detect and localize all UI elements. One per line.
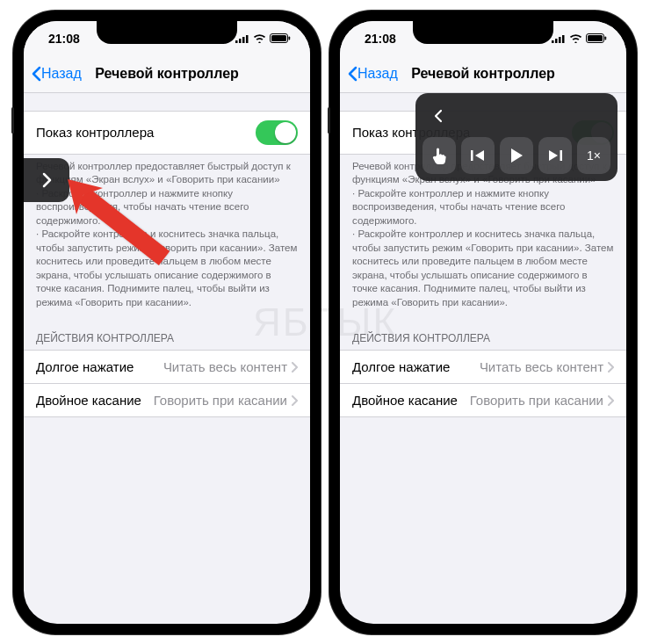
svg-rect-1 (239, 39, 242, 43)
svg-rect-9 (559, 37, 561, 43)
nav-bar: Назад Речевой контроллер (24, 56, 310, 93)
svg-rect-6 (289, 37, 291, 40)
play-icon (509, 148, 524, 163)
controller-play-button[interactable] (500, 137, 533, 174)
row-label: Двойное касание (36, 393, 141, 408)
back-label: Назад (41, 66, 82, 82)
back-label: Назад (358, 66, 398, 82)
section-header: ДЕЙСТВИЯ КОНТРОЛЛЕРА (24, 318, 310, 350)
svg-rect-0 (235, 40, 238, 43)
row-label: Двойное касание (352, 393, 458, 408)
row-value: Читать весь контент (480, 359, 603, 374)
skip-forward-icon (547, 148, 563, 163)
chevron-right-icon (40, 171, 53, 189)
row-double-tap[interactable]: Двойное касание Говорить при касании (24, 384, 310, 417)
speed-label: 1× (587, 148, 601, 163)
svg-rect-12 (588, 35, 603, 41)
signal-icon (552, 34, 566, 43)
svg-rect-15 (560, 150, 563, 161)
row-label: Долгое нажатие (352, 359, 450, 374)
wifi-icon (569, 33, 582, 43)
phone-right: 21:08 Назад Речевой контроллер Показ кон… (329, 11, 637, 634)
chevron-left-icon (347, 66, 358, 82)
notch (97, 21, 237, 44)
svg-rect-10 (562, 35, 565, 43)
controller-prev-button[interactable] (461, 137, 495, 174)
back-button[interactable]: Назад (24, 66, 82, 82)
status-icons (552, 33, 607, 43)
svg-rect-3 (246, 35, 249, 43)
chevron-left-icon (433, 108, 444, 124)
chevron-left-icon (31, 66, 41, 82)
speech-controller-collapsed[interactable] (24, 158, 69, 202)
status-time: 21:08 (48, 32, 80, 46)
row-value: Читать весь контент (163, 359, 287, 374)
notch (413, 21, 553, 44)
content: Показ контроллера Речевой контроллер пре… (24, 111, 310, 418)
screen: 21:08 Назад Речевой контроллер Показ кон… (340, 21, 626, 624)
row-value: Говорить при касании (470, 393, 603, 408)
signal-icon (235, 34, 249, 43)
row-value: Говорить при касании (154, 393, 287, 408)
speech-controller-expanded[interactable]: 1× (415, 93, 618, 181)
row-long-press[interactable]: Долгое нажатие Читать весь контент (340, 350, 626, 384)
controller-speed-button[interactable]: 1× (577, 137, 610, 174)
svg-rect-8 (555, 39, 558, 43)
svg-rect-14 (471, 150, 473, 161)
finger-icon (430, 146, 448, 165)
row-double-tap[interactable]: Двойное касание Говорить при касании (340, 384, 626, 417)
wifi-icon (253, 33, 266, 43)
back-button[interactable]: Назад (340, 66, 398, 82)
chevron-right-icon (291, 395, 298, 406)
row-long-press[interactable]: Долгое нажатие Читать весь контент (24, 350, 310, 384)
row-label: Долгое нажатие (36, 359, 134, 374)
toggle-switch[interactable] (256, 120, 298, 145)
svg-rect-7 (552, 40, 554, 43)
section-header: ДЕЙСТВИЯ КОНТРОЛЛЕРА (340, 318, 626, 350)
battery-icon (586, 33, 607, 43)
controller-finger-button[interactable] (422, 137, 456, 174)
battery-icon (270, 33, 291, 43)
controller-collapse-button[interactable] (422, 100, 454, 132)
svg-rect-5 (271, 35, 286, 41)
toggle-row: Показ контроллера (24, 111, 310, 155)
status-time: 21:08 (365, 32, 396, 46)
chevron-right-icon (291, 362, 298, 373)
svg-rect-2 (242, 37, 245, 43)
screen: 21:08 Назад Речевой контроллер Показ кон… (24, 21, 310, 624)
status-icons (235, 33, 291, 43)
toggle-label: Показ контроллера (36, 125, 154, 140)
skip-back-icon (470, 148, 486, 163)
chevron-right-icon (607, 395, 614, 406)
chevron-right-icon (607, 362, 614, 373)
svg-rect-13 (605, 37, 607, 40)
controller-next-button[interactable] (538, 137, 572, 174)
nav-bar: Назад Речевой контроллер (340, 56, 626, 93)
phone-left: 21:08 Назад Речевой контроллер Показ кон… (13, 11, 321, 634)
